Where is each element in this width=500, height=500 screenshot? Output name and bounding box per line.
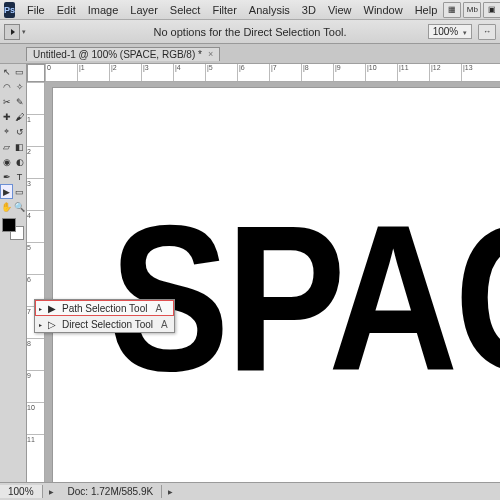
direct-selection-tool-icon[interactable] bbox=[4, 24, 20, 40]
menu-analysis[interactable]: Analysis bbox=[243, 2, 296, 18]
dodge-tool[interactable]: ◐ bbox=[13, 154, 26, 169]
path-sel-tool[interactable]: ▶ bbox=[0, 184, 13, 199]
ruler-tick: 2 bbox=[27, 146, 44, 178]
ruler-tick: |12 bbox=[429, 64, 461, 81]
flyout-item-direct-selection-tool[interactable]: ▸▷Direct Selection ToolA bbox=[35, 316, 174, 332]
ruler-tick: |13 bbox=[461, 64, 493, 81]
direct-selection-icon: ▷ bbox=[46, 318, 58, 330]
options-hand-icon[interactable]: ↔ bbox=[478, 24, 496, 40]
flyout-item-shortcut: A bbox=[155, 303, 162, 314]
app-logo: Ps bbox=[4, 2, 15, 18]
quick-select-tool[interactable]: ✧ bbox=[13, 79, 26, 94]
eraser-tool[interactable]: ▱ bbox=[0, 139, 13, 154]
menu-edit[interactable]: Edit bbox=[51, 2, 82, 18]
status-bar: 100% ▶ Doc: 1.72M/585.9K ▶ bbox=[0, 482, 500, 500]
menubar: Ps File Edit Image Layer Select Filter A… bbox=[0, 0, 500, 20]
status-doc-size[interactable]: Doc: 1.72M/585.9K bbox=[60, 485, 163, 498]
foreground-color-swatch[interactable] bbox=[2, 218, 16, 232]
ruler-tick: |3 bbox=[141, 64, 173, 81]
ruler-tick: 4 bbox=[27, 210, 44, 242]
ruler-tick: |4 bbox=[173, 64, 205, 81]
ruler-tick: |1 bbox=[77, 64, 109, 81]
hand-tool[interactable]: ✋ bbox=[0, 199, 13, 214]
flyout-item-shortcut: A bbox=[161, 319, 168, 330]
zoom-level-value: 100% bbox=[433, 26, 459, 37]
status-zoom[interactable]: 100% bbox=[0, 485, 43, 498]
ruler-tick: 3 bbox=[27, 178, 44, 210]
ruler-tick: |9 bbox=[333, 64, 365, 81]
blur-tool[interactable]: ◉ bbox=[0, 154, 13, 169]
clone-tool[interactable]: ⌖ bbox=[0, 124, 13, 139]
zoom-level-caret-icon[interactable]: ▾ bbox=[463, 29, 467, 36]
tray-mb-icon[interactable]: Mb bbox=[463, 2, 481, 18]
document-tab-row: Untitled-1 @ 100% (SPACE, RGB/8) * × bbox=[0, 44, 500, 64]
ruler-tick: |2 bbox=[109, 64, 141, 81]
menu-filter[interactable]: Filter bbox=[206, 2, 242, 18]
spot-heal-tool[interactable]: ✚ bbox=[0, 109, 13, 124]
menu-view[interactable]: View bbox=[322, 2, 358, 18]
ruler-origin[interactable] bbox=[27, 64, 45, 82]
menu-help[interactable]: Help bbox=[409, 2, 444, 18]
gradient-tool[interactable]: ◧ bbox=[13, 139, 26, 154]
flyout-marker-icon: ▸ bbox=[39, 321, 42, 328]
ruler-horizontal[interactable]: 0|1|2|3|4|5|6|7|8|9|10|11|12|13 bbox=[45, 64, 500, 82]
zoom-tool[interactable]: 🔍 bbox=[13, 199, 26, 214]
canvas[interactable]: SPACE bbox=[53, 88, 500, 482]
flyout-item-label: Direct Selection Tool bbox=[62, 319, 153, 330]
ruler-tick: 9 bbox=[27, 370, 44, 402]
menu-file[interactable]: File bbox=[21, 2, 51, 18]
path-selection-tool-flyout: ▸▶Path Selection ToolA▸▷Direct Selection… bbox=[34, 299, 175, 333]
canvas-text-layer: SPACE bbox=[110, 179, 500, 417]
eyedropper-tool[interactable]: ✎ bbox=[13, 94, 26, 109]
brush-tool[interactable]: 🖌 bbox=[13, 109, 26, 124]
ruler-tick: 5 bbox=[27, 242, 44, 274]
status-zoom-caret-icon[interactable]: ▶ bbox=[43, 488, 60, 495]
document-tab-title: Untitled-1 @ 100% (SPACE, RGB/8) * bbox=[33, 49, 202, 60]
ruler-tick: |7 bbox=[269, 64, 301, 81]
document-tab-close-icon[interactable]: × bbox=[208, 49, 213, 59]
ruler-tick: |11 bbox=[397, 64, 429, 81]
ruler-tick: 10 bbox=[27, 402, 44, 434]
history-brush-tool[interactable]: ↺ bbox=[13, 124, 26, 139]
ruler-tick: |6 bbox=[237, 64, 269, 81]
color-swatches[interactable] bbox=[2, 218, 24, 240]
flyout-item-path-selection-tool[interactable]: ▸▶Path Selection ToolA bbox=[35, 300, 174, 316]
marquee-tool[interactable]: ▭ bbox=[13, 64, 26, 79]
tray-screen-mode-icon[interactable]: ▦ bbox=[443, 2, 461, 18]
flyout-marker-icon: ▸ bbox=[39, 305, 42, 312]
lasso-tool[interactable]: ◠ bbox=[0, 79, 13, 94]
menu-layer[interactable]: Layer bbox=[124, 2, 164, 18]
ruler-tick bbox=[27, 82, 44, 114]
ruler-tick: |5 bbox=[205, 64, 237, 81]
options-bar-right: 100% ▾ ↔ bbox=[428, 24, 496, 40]
work-area: ↖▭◠✧✂✎✚🖌⌖↺▱◧◉◐✒T▶▭✋🔍 0|1|2|3|4|5|6|7|8|9… bbox=[0, 64, 500, 482]
options-bar: ▾ No options for the Direct Selection To… bbox=[0, 20, 500, 44]
pen-tool[interactable]: ✒ bbox=[0, 169, 13, 184]
ruler-tick: 1 bbox=[27, 114, 44, 146]
tray-arrange-icon[interactable]: ▣ bbox=[483, 2, 500, 18]
menu-select[interactable]: Select bbox=[164, 2, 207, 18]
ruler-vertical[interactable]: 1234567891011 bbox=[27, 82, 45, 482]
tool-preset-caret-icon[interactable]: ▾ bbox=[22, 28, 26, 36]
document-tab[interactable]: Untitled-1 @ 100% (SPACE, RGB/8) * × bbox=[26, 47, 220, 61]
zoom-level-field[interactable]: 100% ▾ bbox=[428, 24, 472, 39]
menu-3d[interactable]: 3D bbox=[296, 2, 322, 18]
options-bar-message: No options for the Direct Selection Tool… bbox=[153, 26, 346, 38]
ruler-tick: |8 bbox=[301, 64, 333, 81]
menubar-tray: ▦ Mb ▣ ▤ bbox=[443, 2, 500, 18]
menu-items: File Edit Image Layer Select Filter Anal… bbox=[21, 2, 443, 18]
status-doc-caret-icon[interactable]: ▶ bbox=[162, 488, 179, 495]
menu-image[interactable]: Image bbox=[82, 2, 125, 18]
crop-tool[interactable]: ✂ bbox=[0, 94, 13, 109]
flyout-item-label: Path Selection Tool bbox=[62, 303, 147, 314]
ruler-tick: 8 bbox=[27, 338, 44, 370]
canvas-viewport[interactable]: SPACE bbox=[45, 82, 500, 482]
path-selection-icon: ▶ bbox=[46, 302, 58, 314]
ruler-tick: |10 bbox=[365, 64, 397, 81]
type-tool[interactable]: T bbox=[13, 169, 26, 184]
move-tool[interactable]: ↖ bbox=[0, 64, 13, 79]
ruler-tick: 0 bbox=[45, 64, 77, 81]
toolbox: ↖▭◠✧✂✎✚🖌⌖↺▱◧◉◐✒T▶▭✋🔍 bbox=[0, 64, 27, 482]
rectangle-tool[interactable]: ▭ bbox=[13, 184, 26, 199]
menu-window[interactable]: Window bbox=[358, 2, 409, 18]
